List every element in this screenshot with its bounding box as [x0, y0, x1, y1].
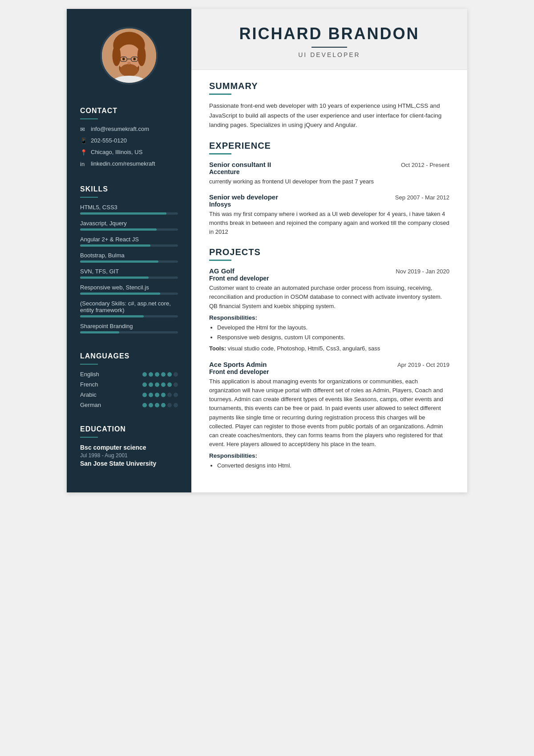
person-title: UI DEVELOPER: [209, 51, 449, 58]
skill-item: Bootstrap, Bulma: [80, 252, 178, 263]
skill-item: Javascript, Jquery: [80, 220, 178, 231]
language-dot: [155, 382, 159, 387]
language-item: French: [80, 381, 178, 388]
location-icon: 📍: [80, 149, 87, 156]
exp-header: Senior consultant II Oct 2012 - Present: [209, 161, 449, 168]
edu-dates: Jul 1998 - Aug 2001: [80, 452, 178, 459]
contact-linkedin[interactable]: in linkedin.com/resumekraft: [80, 160, 178, 167]
phone-icon: 📱: [80, 138, 87, 144]
summary-underline: [209, 93, 231, 95]
contact-phone: 📱 202-555-0120: [80, 137, 178, 144]
education-title: EDUCATION: [80, 425, 178, 433]
main-content: RICHARD BRANDON UI DEVELOPER SUMMARY Pas…: [191, 9, 467, 492]
svg-point-9: [122, 58, 125, 61]
languages-section: LANGUAGES EnglishFrenchArabicGerman: [67, 343, 191, 416]
language-label: English: [80, 371, 99, 378]
header: RICHARD BRANDON UI DEVELOPER: [191, 9, 467, 70]
skill-label: Sharepoint Branding: [80, 323, 178, 329]
project-role: Front end developer: [209, 368, 449, 375]
summary-title: SUMMARY: [209, 81, 449, 91]
skill-bar-bg: [80, 244, 178, 247]
language-dot: [167, 393, 172, 397]
skill-bar-bg: [80, 228, 178, 231]
exp-dates: Sep 2007 - Mar 2012: [395, 194, 449, 201]
language-dot: [149, 382, 153, 387]
skill-bar-fill: [80, 315, 144, 317]
language-dot: [174, 403, 178, 407]
skills-title: SKILLS: [80, 185, 178, 193]
skill-label: SVN, TFS, GIT: [80, 268, 178, 275]
content-area: SUMMARY Passionate front-end web develop…: [191, 70, 467, 492]
language-dot: [174, 393, 178, 397]
exp-company: Accenture: [209, 168, 449, 175]
project-title: AG Golf: [209, 267, 235, 275]
experience-underline: [209, 153, 231, 154]
language-dot: [142, 403, 147, 407]
project-title: Ace Sports Admin: [209, 361, 267, 368]
linkedin-icon: in: [80, 161, 87, 167]
exp-header: Senior web developer Sep 2007 - Mar 2012: [209, 193, 449, 201]
project-role: Front end developer: [209, 275, 449, 282]
exp-title: Senior consultant II: [209, 161, 271, 168]
skill-label: Angular 2+ & React JS: [80, 236, 178, 243]
skill-item: HTML5, CSS3: [80, 204, 178, 215]
language-dot: [155, 372, 159, 377]
education-divider: [80, 437, 98, 438]
exp-company: Infosys: [209, 201, 449, 208]
skill-bar-fill: [80, 276, 149, 279]
skill-bar-fill: [80, 244, 150, 247]
skills-list: HTML5, CSS3 Javascript, Jquery Angular 2…: [80, 204, 178, 333]
svg-point-5: [120, 64, 138, 77]
projects-underline: [209, 260, 231, 261]
contact-location: 📍 Chicago, Illinois, US: [80, 149, 178, 156]
sidebar: CONTACT ✉ info@resumekraft.com 📱 202-555…: [67, 9, 191, 492]
project-entry: Ace Sports Admin Apr 2019 - Oct 2019 Fro…: [209, 361, 449, 471]
contact-divider: [80, 118, 98, 119]
language-dot: [142, 393, 147, 397]
responsibility-item: Developed the Html for the layouts.: [217, 323, 449, 333]
skill-label: Bootstrap, Bulma: [80, 252, 178, 259]
person-name: RICHARD BRANDON: [209, 24, 449, 43]
responsibilities-label: Responsibilities:: [209, 452, 449, 459]
education-entry: Bsc computer science Jul 1998 - Aug 2001…: [80, 444, 178, 467]
language-dots: [142, 403, 178, 407]
exp-desc: This was my first company where i worked…: [209, 210, 449, 236]
language-dot: [149, 403, 153, 407]
languages-list: EnglishFrenchArabicGerman: [80, 371, 178, 408]
language-label: French: [80, 381, 98, 388]
responsibility-item: Responsive web designs, custom UI compon…: [217, 333, 449, 342]
experience-entry: Senior consultant II Oct 2012 - Present …: [209, 161, 449, 186]
responsibilities-list: Developed the Html for the layouts.Respo…: [209, 323, 449, 342]
skill-bar-fill: [80, 212, 166, 215]
language-dot: [149, 372, 153, 377]
projects-list: AG Golf Nov 2019 - Jan 2020 Front end de…: [209, 267, 449, 471]
edu-school: San Jose State University: [80, 460, 178, 467]
language-dot: [155, 393, 159, 397]
language-dot: [149, 393, 153, 397]
language-dot: [142, 382, 147, 387]
language-dot: [167, 372, 172, 377]
language-item: Arabic: [80, 391, 178, 398]
project-dates: Apr 2019 - Oct 2019: [397, 362, 449, 368]
skills-divider: [80, 197, 98, 198]
project-desc: This application is about managing event…: [209, 377, 449, 449]
language-dot: [174, 382, 178, 387]
email-icon: ✉: [80, 126, 87, 133]
skill-bar-bg: [80, 331, 178, 333]
tools-line: Tools: visual studio code, Photoshop, Ht…: [209, 345, 449, 352]
avatar: [100, 27, 158, 85]
language-label: Arabic: [80, 391, 97, 398]
project-header: AG Golf Nov 2019 - Jan 2020: [209, 267, 449, 275]
languages-divider: [80, 364, 98, 365]
skill-label: HTML5, CSS3: [80, 204, 178, 211]
contact-title: CONTACT: [80, 107, 178, 115]
svg-point-13: [138, 45, 146, 66]
project-dates: Nov 2019 - Jan 2020: [396, 268, 449, 275]
exp-dates: Oct 2012 - Present: [401, 162, 449, 168]
languages-title: LANGUAGES: [80, 352, 178, 360]
edu-degree: Bsc computer science: [80, 444, 178, 451]
skill-bar-bg: [80, 260, 178, 263]
summary-section: SUMMARY Passionate front-end web develop…: [209, 81, 449, 130]
skill-item: Responsive web, Stencil.js: [80, 284, 178, 295]
skill-bar-bg: [80, 315, 178, 317]
